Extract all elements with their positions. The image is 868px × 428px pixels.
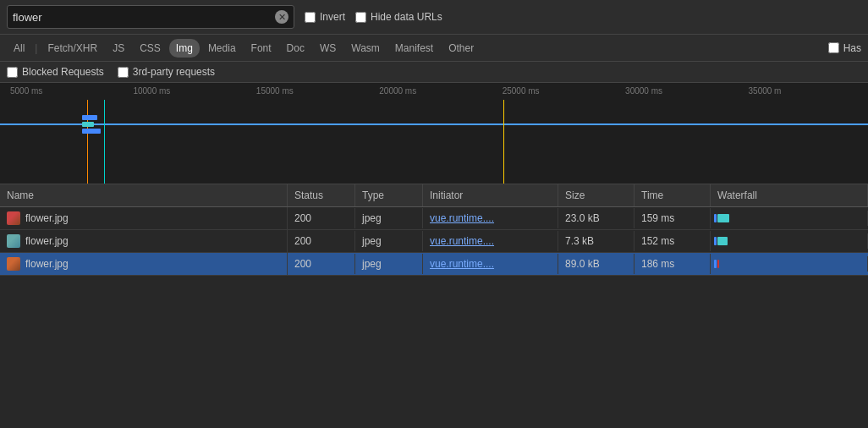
- filter-tabs-bar: All | Fetch/XHR JS CSS Img Media Font Do…: [0, 35, 868, 62]
- timeline-content: [0, 100, 868, 184]
- timeline-bar-3: [82, 129, 101, 134]
- th-name: Name: [0, 184, 288, 206]
- filename-2: flower.jpg: [25, 258, 69, 270]
- top-bar: flower ✕ Invert Hide data URLs: [0, 0, 868, 35]
- ruler-mark-5: 30000 ms: [622, 86, 744, 96]
- td-size-0: 23.0 kB: [558, 208, 635, 228]
- tab-doc[interactable]: Doc: [280, 39, 311, 58]
- hide-data-urls-checkbox[interactable]: [355, 12, 366, 23]
- th-type: Type: [355, 184, 423, 206]
- table-header: Name Status Type Initiator Size Time Wat…: [0, 184, 868, 207]
- blocked-requests-text: Blocked Requests: [22, 66, 104, 78]
- tab-img[interactable]: Img: [169, 39, 200, 58]
- tab-wasm[interactable]: Wasm: [344, 39, 387, 58]
- devtools-network-panel: flower ✕ Invert Hide data URLs All | Fet…: [0, 0, 868, 428]
- hide-data-urls-label: Hide data URLs: [371, 11, 442, 23]
- td-type-1: jpeg: [355, 231, 423, 251]
- timeline-yellow-vline: [503, 100, 504, 184]
- table-row[interactable]: flower.jpg 200 jpeg vue.runtime.... 23.0…: [0, 207, 868, 230]
- ruler-mark-3: 20000 ms: [376, 86, 498, 96]
- tab-font[interactable]: Font: [244, 39, 278, 58]
- td-initiator-2: vue.runtime....: [423, 254, 558, 274]
- th-initiator: Initiator: [423, 184, 558, 206]
- tab-all[interactable]: All: [7, 39, 31, 58]
- hide-data-urls-checkbox-label[interactable]: Hide data URLs: [355, 11, 442, 23]
- td-time-1: 152 ms: [635, 231, 711, 251]
- wf-bar-0a: [714, 214, 717, 222]
- third-party-label[interactable]: 3rd-party requests: [118, 66, 215, 78]
- file-icon-2: [7, 257, 20, 271]
- search-input[interactable]: flower: [13, 11, 275, 24]
- td-type-0: jpeg: [355, 208, 423, 228]
- timeline-bars: [82, 115, 101, 134]
- third-party-checkbox[interactable]: [118, 67, 129, 78]
- ruler-mark-1: 10000 ms: [129, 86, 252, 96]
- wf-bar-2a: [714, 260, 717, 268]
- initiator-link-1[interactable]: vue.runtime....: [430, 235, 494, 247]
- td-size-1: 7.3 kB: [558, 231, 635, 251]
- timeline-teal-vline: [104, 100, 105, 184]
- table-row[interactable]: flower.jpg 200 jpeg vue.runtime.... 89.0…: [0, 253, 868, 276]
- td-waterfall-0: [711, 211, 868, 226]
- td-name-0: flower.jpg: [0, 207, 288, 229]
- ruler-mark-0: 5000 ms: [7, 86, 129, 96]
- timeline-bar-1: [82, 115, 97, 120]
- filename-0: flower.jpg: [25, 212, 69, 224]
- ruler-mark-4: 25000 ms: [499, 86, 622, 96]
- initiator-link-0[interactable]: vue.runtime....: [430, 212, 494, 224]
- has-checkbox[interactable]: [828, 42, 839, 53]
- td-waterfall-2: [711, 256, 868, 272]
- blocked-requests-label[interactable]: Blocked Requests: [7, 66, 104, 78]
- table-row[interactable]: flower.jpg 200 jpeg vue.runtime.... 7.3 …: [0, 230, 868, 253]
- td-time-0: 159 ms: [635, 208, 711, 228]
- timeline-blue-line: [0, 123, 868, 125]
- tab-ws[interactable]: WS: [313, 39, 343, 58]
- file-icon-0: [7, 211, 20, 225]
- invert-checkbox[interactable]: [305, 12, 316, 23]
- td-status-2: 200: [288, 254, 355, 274]
- has-checkbox-label[interactable]: Has: [828, 42, 861, 54]
- blocked-requests-checkbox[interactable]: [7, 67, 18, 78]
- third-party-text: 3rd-party requests: [133, 66, 215, 78]
- th-status: Status: [288, 184, 355, 206]
- invert-checkbox-label[interactable]: Invert: [305, 11, 345, 23]
- filter-row-2: Blocked Requests 3rd-party requests: [0, 62, 868, 83]
- ruler-mark-6: 35000 m: [745, 86, 868, 96]
- wf-bar-1b: [717, 237, 728, 245]
- tab-fetch-xhr[interactable]: Fetch/XHR: [41, 39, 104, 58]
- ruler-mark-2: 15000 ms: [253, 86, 376, 96]
- network-table: Name Status Type Initiator Size Time Wat…: [0, 184, 868, 428]
- timeline-orange-vline: [87, 100, 88, 184]
- td-name-1: flower.jpg: [0, 230, 288, 252]
- invert-label: Invert: [320, 11, 345, 23]
- tab-media[interactable]: Media: [201, 39, 243, 58]
- th-waterfall: Waterfall: [711, 184, 868, 206]
- tab-manifest[interactable]: Manifest: [388, 39, 440, 58]
- td-type-2: jpeg: [355, 254, 423, 274]
- timeline-bar-2: [82, 122, 94, 127]
- td-status-0: 200: [288, 208, 355, 228]
- timeline-container: 5000 ms 10000 ms 15000 ms 20000 ms 25000…: [0, 83, 868, 184]
- td-status-1: 200: [288, 231, 355, 251]
- td-size-2: 89.0 kB: [558, 254, 635, 274]
- clear-search-button[interactable]: ✕: [275, 10, 288, 24]
- initiator-link-2[interactable]: vue.runtime....: [430, 258, 494, 270]
- wf-bar-2b: [717, 260, 719, 268]
- th-size: Size: [558, 184, 635, 206]
- filename-1: flower.jpg: [25, 235, 69, 247]
- search-box: flower ✕: [7, 5, 294, 29]
- td-initiator-1: vue.runtime....: [423, 231, 558, 251]
- wf-bar-1a: [714, 237, 717, 245]
- tab-other[interactable]: Other: [442, 39, 481, 58]
- tab-css[interactable]: CSS: [133, 39, 168, 58]
- has-label: Has: [843, 42, 861, 54]
- file-icon-1: [7, 234, 20, 248]
- td-time-2: 186 ms: [635, 254, 711, 274]
- td-name-2: flower.jpg: [0, 253, 288, 275]
- th-time: Time: [635, 184, 711, 206]
- td-initiator-0: vue.runtime....: [423, 208, 558, 228]
- timeline-ruler: 5000 ms 10000 ms 15000 ms 20000 ms 25000…: [0, 83, 868, 96]
- wf-bar-0b: [717, 214, 729, 222]
- tab-js[interactable]: JS: [106, 39, 131, 58]
- td-waterfall-1: [711, 233, 868, 249]
